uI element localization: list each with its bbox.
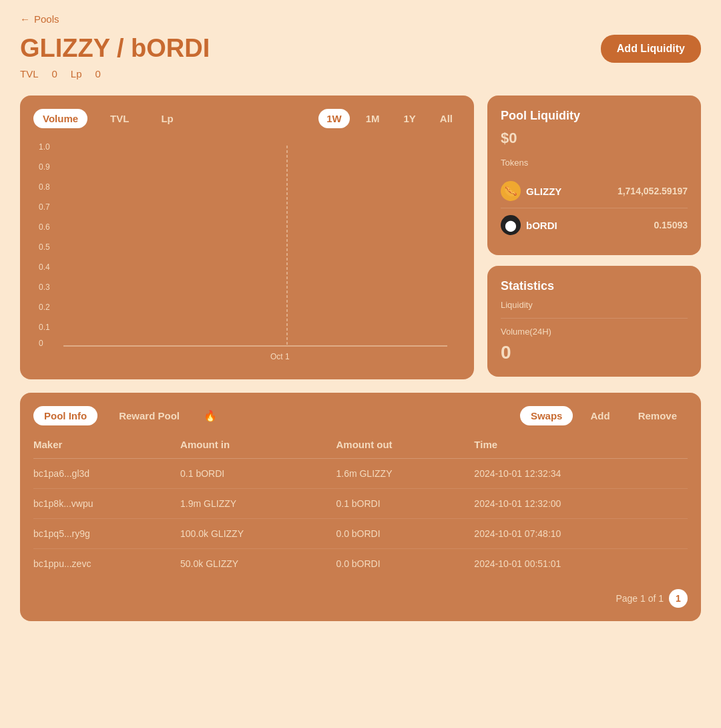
svg-text:0.2: 0.2 [39, 303, 50, 312]
current-page-number[interactable]: 1 [669, 589, 688, 608]
svg-text:0.8: 0.8 [39, 182, 50, 192]
cell-amount-in: 100.0k GLIZZY [180, 519, 336, 549]
time-tab-1y[interactable]: 1Y [395, 109, 423, 128]
statistics-card: Statistics Liquidity Volume(24H) 0 [487, 266, 701, 377]
token-row-bordi: ⬤ bORDI 0.15093 [501, 208, 688, 242]
tokens-label: Tokens [501, 158, 688, 168]
main-area: Volume TVL Lp 1W 1M 1Y All 1.0 0.9 0.8 0… [20, 96, 701, 379]
pool-liquidity-title: Pool Liquidity [501, 109, 688, 123]
table-tabs: Pool Info Reward Pool 🔥 Swaps Add Remove [33, 406, 688, 425]
cell-time: 2024-10-01 00:51:01 [474, 549, 688, 579]
col-time: Time [474, 439, 688, 459]
cell-amount-in: 50.0k GLIZZY [180, 549, 336, 579]
pool-title: GLIZZY / bORDI [20, 34, 210, 63]
add-liquidity-button[interactable]: Add Liquidity [601, 35, 701, 63]
glizzy-icon: 🌭 [501, 181, 521, 201]
tvl-label: TVL [20, 68, 39, 79]
bordi-name: bORDI [526, 220, 557, 231]
time-tab-all[interactable]: All [432, 109, 461, 128]
cell-maker: bc1pa6...gl3d [33, 459, 180, 489]
chart-tab-volume[interactable]: Volume [33, 109, 87, 128]
lp-value: 0 [95, 68, 101, 79]
table-row: bc1pa6...gl3d 0.1 bORDI 1.6m GLIZZY 2024… [33, 459, 688, 489]
time-tab-1m[interactable]: 1M [358, 109, 388, 128]
page-header: GLIZZY / bORDI Add Liquidity [20, 34, 701, 63]
cell-maker: bc1pq5...ry9g [33, 519, 180, 549]
cell-time: 2024-10-01 12:32:00 [474, 489, 688, 519]
table-header: Maker Amount in Amount out Time [33, 439, 688, 459]
volume-stat-label: Volume(24H) [501, 327, 688, 337]
svg-text:0.4: 0.4 [39, 262, 50, 272]
tvl-value: 0 [52, 68, 57, 79]
col-amount-out: Amount out [336, 439, 474, 459]
col-amount-in: Amount in [180, 439, 336, 459]
token-info-glizzy: 🌭 GLIZZY [501, 181, 561, 201]
cell-maker: bc1ppu...zevc [33, 549, 180, 579]
cell-amount-in: 0.1 bORDI [180, 459, 336, 489]
glizzy-name: GLIZZY [526, 186, 561, 197]
chart-card: Volume TVL Lp 1W 1M 1Y All 1.0 0.9 0.8 0… [20, 96, 474, 379]
cell-amount-out: 0.0 bORDI [336, 519, 474, 549]
chart-svg: 1.0 0.9 0.8 0.7 0.6 0.5 0.4 0.3 0.2 0.1 … [33, 139, 461, 366]
glizzy-amount: 1,714,052.59197 [618, 186, 688, 196]
swaps-table: Maker Amount in Amount out Time bc1pa6..… [33, 439, 688, 578]
cell-amount-in: 1.9m GLIZZY [180, 489, 336, 519]
liquidity-stat-label: Liquidity [501, 300, 688, 310]
bottom-table-card: Pool Info Reward Pool 🔥 Swaps Add Remove… [20, 393, 701, 621]
time-tab-1w[interactable]: 1W [318, 109, 350, 128]
svg-text:0.7: 0.7 [39, 202, 50, 212]
statistics-title: Statistics [501, 279, 688, 293]
pagination-label: Page 1 of 1 [616, 593, 664, 604]
tab-remove[interactable]: Remove [628, 406, 688, 425]
token-info-bordi: ⬤ bORDI [501, 215, 557, 235]
right-tab-group: Swaps Add Remove [520, 406, 688, 425]
bordi-icon: ⬤ [501, 215, 521, 235]
tvl-row: TVL 0 Lp 0 [20, 68, 701, 79]
chart-area: 1.0 0.9 0.8 0.7 0.6 0.5 0.4 0.3 0.2 0.1 … [33, 139, 461, 366]
tab-swaps[interactable]: Swaps [520, 406, 573, 425]
volume-stat-value: 0 [501, 342, 688, 363]
tab-pool-info[interactable]: Pool Info [33, 406, 97, 425]
chart-time-tabs: 1W 1M 1Y All [318, 109, 461, 128]
stat-divider [501, 318, 688, 319]
table-body: bc1pa6...gl3d 0.1 bORDI 1.6m GLIZZY 2024… [33, 459, 688, 579]
back-nav[interactable]: ← Pools [20, 13, 701, 25]
pagination: Page 1 of 1 1 [33, 589, 688, 608]
liquidity-amount: $0 [501, 130, 688, 147]
svg-text:0.3: 0.3 [39, 283, 50, 292]
bordi-amount: 0.15093 [654, 220, 688, 230]
token-row-glizzy: 🌭 GLIZZY 1,714,052.59197 [501, 174, 688, 208]
cell-amount-out: 0.1 bORDI [336, 489, 474, 519]
chart-tab-tvl[interactable]: TVL [101, 109, 138, 128]
svg-text:Oct 1: Oct 1 [270, 352, 290, 361]
tab-reward-pool[interactable]: Reward Pool [108, 406, 190, 425]
svg-text:0.5: 0.5 [39, 242, 50, 252]
back-arrow-icon: ← [20, 13, 30, 25]
chart-tab-lp[interactable]: Lp [152, 109, 182, 128]
svg-text:0.1: 0.1 [39, 323, 50, 332]
col-maker: Maker [33, 439, 180, 459]
chart-tabs: Volume TVL Lp 1W 1M 1Y All [33, 109, 461, 128]
svg-text:0.6: 0.6 [39, 222, 50, 232]
svg-text:1.0: 1.0 [39, 142, 50, 152]
tab-add[interactable]: Add [579, 406, 620, 425]
table-row: bc1p8k...vwpu 1.9m GLIZZY 0.1 bORDI 2024… [33, 489, 688, 519]
back-label: Pools [34, 13, 59, 25]
svg-text:0.9: 0.9 [39, 162, 50, 172]
cell-maker: bc1p8k...vwpu [33, 489, 180, 519]
cell-time: 2024-10-01 12:32:34 [474, 459, 688, 489]
table-row: bc1pq5...ry9g 100.0k GLIZZY 0.0 bORDI 20… [33, 519, 688, 549]
svg-text:0: 0 [39, 339, 43, 348]
fire-icon: 🔥 [204, 409, 217, 422]
cell-time: 2024-10-01 07:48:10 [474, 519, 688, 549]
right-sidebar: Pool Liquidity $0 Tokens 🌭 GLIZZY 1,714,… [487, 96, 701, 379]
lp-label: Lp [71, 68, 82, 79]
cell-amount-out: 0.0 bORDI [336, 549, 474, 579]
table-row: bc1ppu...zevc 50.0k GLIZZY 0.0 bORDI 202… [33, 549, 688, 579]
pool-liquidity-card: Pool Liquidity $0 Tokens 🌭 GLIZZY 1,714,… [487, 96, 701, 255]
cell-amount-out: 1.6m GLIZZY [336, 459, 474, 489]
